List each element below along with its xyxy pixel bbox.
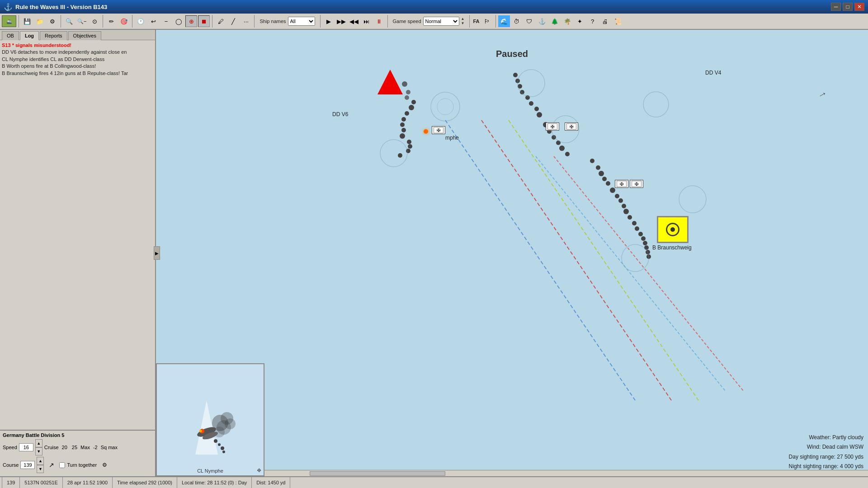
ship-flag-mid[interactable]: ✠ (546, 122, 559, 131)
zoom-in-button[interactable]: 🔍 (63, 15, 75, 27)
close-button[interactable]: ✕ (854, 3, 864, 11)
svg-point-38 (610, 188, 615, 193)
svg-point-20 (515, 79, 520, 83)
title-bar: ⚓ Rule the Waves III - Version B143 ─ □ … (0, 0, 868, 14)
zoom-reset-button[interactable]: ⊙ (89, 15, 100, 27)
dot-circle-button[interactable]: ⊕ (185, 15, 197, 27)
window-title-area: ⚓ Rule the Waves III - Version B143 (4, 3, 107, 11)
minimap[interactable]: CL Nymphe ⎆ (156, 363, 264, 476)
speed-down-arrow[interactable]: ▼ (461, 21, 465, 26)
tab-reports[interactable]: Reports (40, 31, 67, 40)
shield-btn[interactable]: 🛡 (524, 15, 535, 27)
course-down-btn[interactable]: ▼ (37, 465, 44, 473)
speed-up-btn[interactable]: ▲ (35, 439, 42, 447)
tab-ob[interactable]: OB (2, 31, 19, 40)
ship-names-group: Ship names All None Selected (259, 17, 315, 26)
minus-button[interactable]: − (160, 15, 172, 27)
minimize-button[interactable]: ─ (831, 3, 841, 11)
log-area[interactable]: S13 * signals misunderstood! DD V6 detac… (0, 40, 155, 430)
svg-point-9 (409, 105, 414, 110)
svg-point-35 (599, 171, 604, 176)
svg-point-16 (408, 144, 412, 149)
svg-point-7 (405, 95, 409, 100)
question-btn[interactable]: ? (587, 15, 599, 27)
tree2-btn[interactable]: 🌴 (561, 15, 573, 27)
map-area[interactable]: Paused → DD V6 DD V4 ✠ mphe ✠ ✠ (156, 30, 868, 476)
svg-line-1 (481, 120, 671, 400)
pause-button[interactable]: ⏸ (373, 15, 385, 27)
svg-point-41 (622, 204, 626, 208)
circle-button[interactable]: ◯ (173, 15, 184, 27)
main-area: OB Log Reports Objectives S13 * signals … (0, 30, 868, 476)
ship-label-ddv4: DD V4 (705, 70, 721, 76)
speed-up-arrow[interactable]: ▲ (461, 17, 465, 21)
settings-button[interactable]: ⚙ (47, 15, 58, 27)
back-button[interactable]: ◀◀ (348, 15, 360, 27)
hscrollbar[interactable] (264, 470, 868, 476)
svg-point-52 (431, 92, 460, 121)
ship-names-select[interactable]: All None Selected (288, 17, 315, 26)
sep1 (19, 15, 19, 28)
more-tool[interactable]: ··· (240, 15, 252, 27)
ship-flag-mid2[interactable]: ✠ (565, 122, 578, 131)
status-course: 139 (2, 477, 20, 488)
pencil-tool[interactable]: ✏ (105, 15, 117, 27)
svg-point-69 (199, 430, 202, 432)
tab-objectives[interactable]: Objectives (68, 31, 101, 40)
speed-arrows[interactable]: ▲ ▼ (461, 17, 465, 26)
collapse-handle[interactable]: ▶ (154, 246, 160, 260)
print-btn[interactable]: 🖨 (599, 15, 611, 27)
clock-button[interactable]: 🕐 (135, 15, 146, 27)
game-speed-group: Game speed Slow Normal Fast Very Fast ▲ … (393, 17, 465, 26)
svg-line-2 (509, 120, 698, 400)
log-line-1: DD V6 detaches to move independently aga… (2, 49, 153, 56)
speed-down-btn[interactable]: ▼ (35, 447, 42, 455)
svg-point-64 (225, 418, 236, 429)
save-button[interactable]: 💾 (21, 15, 33, 27)
log-line-3: B Worth opens fire at B Collingwood-clas… (2, 63, 153, 70)
ship-flag-right2[interactable]: ✠ (630, 180, 643, 188)
yellow-marker[interactable] (657, 216, 689, 243)
scroll-btn[interactable]: 📜 (612, 15, 624, 27)
svg-point-45 (635, 226, 639, 231)
ff-button[interactable]: ▶▶ (335, 15, 347, 27)
maximize-button[interactable]: □ (843, 3, 853, 11)
turn-together-checkbox[interactable] (59, 462, 65, 468)
ship-flag-right[interactable]: ✠ (615, 180, 628, 188)
left-panel: OB Log Reports Objectives S13 * signals … (0, 30, 156, 476)
load-button[interactable]: 📁 (34, 15, 46, 27)
tree-btn[interactable]: 🌲 (549, 15, 561, 27)
svg-point-25 (534, 107, 539, 111)
cruise-val2: 25 (71, 445, 79, 450)
fa-button[interactable]: 🏳 (481, 15, 493, 27)
game-speed-select[interactable]: Slow Normal Fast Very Fast (423, 17, 459, 26)
course-input[interactable] (20, 461, 35, 469)
undo-button[interactable]: ↩ (147, 15, 159, 27)
formation-icon[interactable]: ⚙ (99, 459, 110, 471)
window-controls[interactable]: ─ □ ✕ (831, 3, 864, 11)
ship-flag-nymphe[interactable]: ✠ (432, 126, 445, 134)
step-button[interactable]: ⏭ (361, 15, 373, 27)
tab-log[interactable]: Log (20, 31, 39, 40)
speed-input[interactable] (19, 443, 33, 451)
pen2-tool[interactable]: 🖊 (215, 15, 226, 27)
line-tool[interactable]: ╱ (227, 15, 239, 27)
course-value: 139 (7, 480, 15, 485)
svg-point-32 (565, 152, 570, 156)
svg-point-22 (520, 90, 524, 94)
stop-button[interactable]: ⏹ (198, 15, 210, 27)
star-btn[interactable]: ✦ (574, 15, 586, 27)
svg-point-14 (400, 133, 405, 139)
zoom-out-button[interactable]: 🔍− (76, 15, 88, 27)
water-btn[interactable]: 🌊 (498, 15, 510, 27)
course-up-btn[interactable]: ▲ (37, 457, 44, 465)
clock2-btn[interactable]: ⏱ (511, 15, 523, 27)
heading-icon[interactable]: ↗ (46, 459, 57, 471)
tab-bar: OB Log Reports Objectives (0, 30, 155, 40)
svg-point-31 (559, 145, 565, 151)
anchor-btn[interactable]: ⚓ (536, 15, 548, 27)
weather-line1: Weather: Partly cloudy (789, 433, 863, 443)
minimap-icon[interactable]: ⎆ (257, 466, 261, 474)
play-button[interactable]: ▶ (323, 15, 335, 27)
target-tool[interactable]: 🎯 (118, 15, 130, 27)
